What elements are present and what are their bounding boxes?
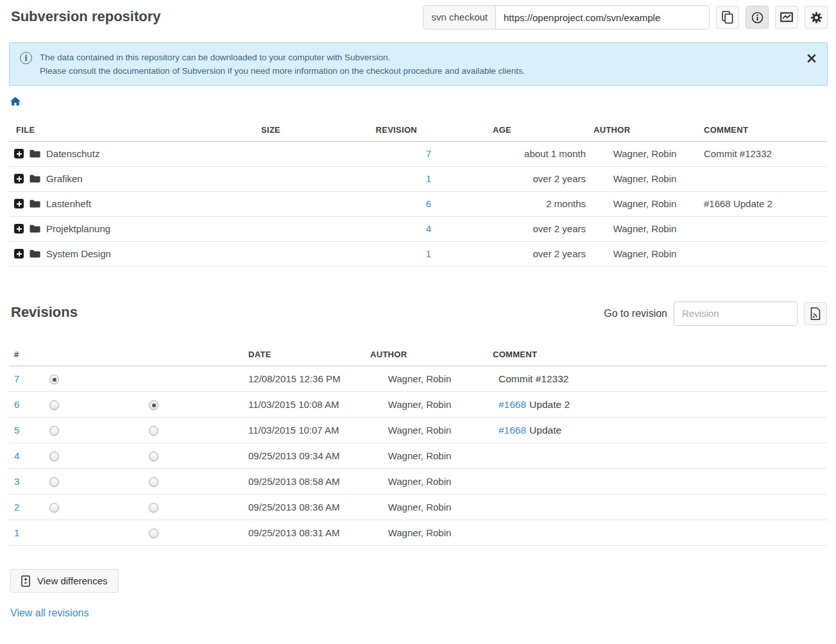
diff-to-radio[interactable]	[149, 503, 158, 513]
revision-comment: Update	[529, 425, 561, 436]
breadcrumb	[10, 97, 836, 107]
checkout-command-label: svn checkout	[423, 6, 496, 29]
revision-row: 2 09/25/2013 08:36 AM Wagner, Robin	[9, 495, 827, 520]
file-name-link[interactable]: Datenschutz	[46, 148, 99, 159]
diff-from-radio[interactable]	[49, 400, 59, 410]
copy-url-button[interactable]	[716, 6, 739, 29]
file-revision-link[interactable]: 7	[426, 148, 431, 159]
files-header-author: AUTHOR	[593, 119, 696, 141]
diff-to-radio[interactable]	[149, 400, 158, 410]
diff-from-radio[interactable]	[49, 375, 59, 384]
diff-to-radio[interactable]	[149, 477, 158, 487]
expand-folder-icon[interactable]	[14, 149, 24, 158]
file-comment: Commit #12332	[696, 141, 827, 166]
revision-author: Wagner, Robin	[359, 392, 481, 418]
checkout-url-input[interactable]	[496, 6, 709, 29]
copy-icon	[722, 11, 733, 24]
revision-comment: Update 2	[529, 399, 570, 410]
revision-author: Wagner, Robin	[359, 495, 481, 520]
folder-icon	[30, 174, 40, 183]
revision-number-link[interactable]: 1	[14, 527, 19, 538]
file-name-link[interactable]: Lastenheft	[46, 198, 91, 209]
revisions-header-number: #	[9, 344, 47, 366]
revision-author: Wagner, Robin	[359, 443, 481, 469]
files-header-row: FILE SIZE REVISION AGE AUTHOR COMMENT	[9, 119, 827, 141]
file-comment	[696, 166, 827, 191]
info-circle-icon: i	[20, 52, 32, 64]
repository-info-button[interactable]	[746, 6, 769, 29]
revision-number-link[interactable]: 6	[14, 399, 19, 410]
revisions-header-author: AUTHOR	[359, 344, 481, 366]
diff-to-radio[interactable]	[149, 529, 158, 538]
revisions-header-comment: COMMENT	[481, 344, 827, 366]
repository-files-table: FILE SIZE REVISION AGE AUTHOR COMMENT Da…	[9, 119, 827, 267]
revision-row: 7 12/08/2015 12:36 PM Wagner, Robin Comm…	[9, 366, 827, 392]
revision-row: 4 09/25/2013 09:34 AM Wagner, Robin	[9, 443, 827, 469]
diff-from-radio[interactable]	[49, 503, 59, 513]
revisions-header-radio-to	[147, 344, 240, 366]
diff-from-radio[interactable]	[49, 452, 59, 461]
diff-from-radio[interactable]	[49, 477, 59, 487]
goto-revision-input[interactable]	[674, 301, 798, 326]
file-age: about 1 month	[443, 141, 593, 166]
banner-line-1: The data contained in this repository ca…	[40, 51, 525, 64]
expand-folder-icon[interactable]	[14, 199, 24, 208]
repository-settings-button[interactable]	[805, 6, 828, 29]
file-name-link[interactable]: Grafiken	[46, 173, 83, 184]
file-revision-link[interactable]: 4	[426, 223, 431, 234]
revision-date: 09/25/2013 08:58 AM	[240, 469, 359, 495]
file-age: over 2 years	[443, 166, 593, 191]
repository-root-link[interactable]	[10, 97, 21, 108]
work-package-link[interactable]: #1668	[499, 399, 526, 410]
revisions-heading: Revisions	[11, 304, 78, 321]
file-revision-link[interactable]: 6	[426, 198, 431, 209]
file-revision-link[interactable]: 1	[426, 173, 431, 184]
revision-date: 09/25/2013 08:31 AM	[240, 520, 359, 546]
file-row: Datenschutz 7 about 1 month Wagner, Robi…	[9, 141, 827, 166]
diff-from-radio[interactable]	[49, 426, 59, 436]
file-age: over 2 years	[443, 216, 593, 241]
revision-number-link[interactable]: 7	[14, 373, 19, 384]
file-revision-link[interactable]: 1	[426, 248, 431, 259]
revision-author: Wagner, Robin	[359, 520, 481, 546]
diff-file-icon	[21, 575, 30, 587]
info-icon	[751, 12, 763, 24]
atom-feed-button[interactable]	[804, 302, 827, 325]
expand-folder-icon[interactable]	[14, 224, 24, 233]
files-header-revision: REVISION	[321, 119, 443, 141]
file-name-link[interactable]: System Design	[46, 248, 111, 259]
expand-folder-icon[interactable]	[14, 249, 24, 258]
revision-date: 11/03/2015 10:07 AM	[240, 418, 359, 443]
checkout-url-group: svn checkout	[423, 5, 710, 30]
revision-author: Wagner, Robin	[359, 366, 481, 392]
view-all-revisions-link[interactable]: View all revisions	[10, 607, 89, 619]
file-size	[250, 216, 321, 241]
revision-number-link[interactable]: 3	[14, 476, 19, 487]
repository-statistics-button[interactable]	[775, 6, 798, 29]
revision-number-link[interactable]: 4	[14, 450, 19, 461]
file-author: Wagner, Robin	[593, 191, 696, 216]
revisions-header-row: # DATE AUTHOR COMMENT	[9, 344, 827, 366]
file-row: Grafiken 1 over 2 years Wagner, Robin	[9, 166, 827, 191]
chart-icon	[780, 12, 793, 22]
revisions-table: # DATE AUTHOR COMMENT 7 12/08/2015 12:36…	[9, 344, 827, 547]
page-header: Subversion repository svn checkout	[0, 0, 836, 36]
file-author: Wagner, Robin	[593, 216, 696, 241]
file-author: Wagner, Robin	[593, 241, 696, 266]
work-package-link[interactable]: #1668	[499, 425, 526, 436]
close-icon[interactable]	[806, 53, 817, 64]
file-age: over 2 years	[443, 241, 593, 266]
expand-folder-icon[interactable]	[14, 174, 24, 183]
file-name-link[interactable]: Projektplanung	[46, 223, 110, 234]
diff-to-radio[interactable]	[149, 426, 158, 436]
revision-comment: Commit #12332	[499, 373, 568, 384]
files-header-size: SIZE	[250, 119, 321, 141]
revision-row: 6 11/03/2015 10:08 AM Wagner, Robin #166…	[9, 392, 827, 418]
banner-line-2: Please consult the documentation of Subv…	[40, 64, 525, 78]
feed-icon	[810, 307, 821, 320]
view-differences-button[interactable]: View differences	[10, 569, 119, 593]
goto-revision-controls: Go to revision	[604, 301, 827, 326]
revision-number-link[interactable]: 5	[14, 425, 19, 436]
revision-number-link[interactable]: 2	[14, 502, 19, 513]
diff-to-radio[interactable]	[149, 452, 158, 461]
